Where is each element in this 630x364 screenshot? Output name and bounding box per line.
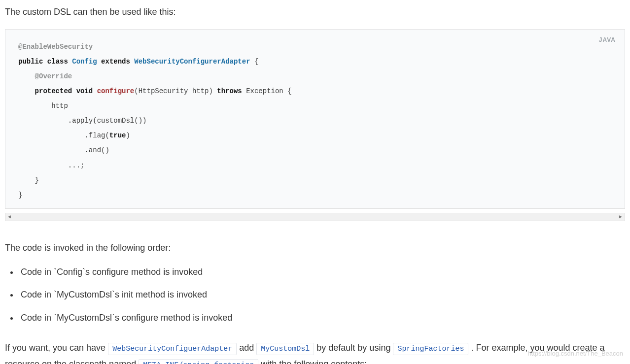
code-token-class: WebSecurityConfigurerAdapter	[134, 58, 250, 66]
code-token-keyword: protected	[35, 87, 72, 95]
code-language-badge: JAVA	[599, 35, 616, 45]
code-token: }	[18, 191, 22, 199]
inline-code: META-INF/spring.factories	[139, 359, 258, 364]
inline-code: WebSecurityConfiguerAdapter	[108, 343, 237, 355]
list-item: Code in `MyCustomDsl`s configure method …	[19, 311, 625, 325]
code-token: {	[250, 58, 259, 66]
code-token: Exception {	[242, 87, 292, 95]
horizontal-scrollbar[interactable]: ◄ ►	[5, 213, 625, 221]
order-list: Code in `Config`s configure method is in…	[5, 265, 625, 325]
code-pre: @EnableWebSecurity public class Config e…	[18, 39, 612, 202]
code-token-annotation: @Override	[35, 72, 72, 80]
code-token-literal: true	[109, 132, 126, 139]
code-token: .and()	[84, 146, 109, 154]
code-token-keyword: throws	[217, 87, 242, 95]
text-run: add	[239, 343, 256, 353]
code-token: )	[126, 132, 130, 139]
code-token: }	[35, 176, 39, 184]
code-token-annotation: @EnableWebSecurity	[18, 43, 93, 51]
intro-text: The custom DSL can then be used like thi…	[5, 5, 625, 19]
code-block: JAVA @EnableWebSecurity public class Con…	[5, 29, 625, 209]
list-item: Code in `MyCustomDsl`s init method is in…	[19, 288, 625, 302]
code-token-keyword: void	[76, 87, 93, 95]
code-token-keyword: class	[47, 58, 68, 66]
text-run: If you want, you can have	[5, 343, 108, 353]
code-token-method: configure	[97, 87, 135, 95]
order-intro-text: The code is invoked in the following ord…	[5, 241, 625, 255]
inline-code: MyCustomDsl	[256, 343, 314, 355]
text-run: with the following contents:	[261, 359, 367, 364]
inline-code: SpringFactories	[393, 343, 468, 355]
code-token: ...;	[68, 162, 85, 169]
code-token: http	[51, 102, 68, 110]
text-run: by default by using	[316, 343, 393, 353]
code-token: .flag(	[84, 132, 109, 139]
code-token: .apply(customDsl())	[68, 117, 147, 125]
list-item: Code in `Config`s configure method is in…	[19, 265, 625, 279]
code-token-class: Config	[72, 58, 97, 66]
code-token: (HttpSecurity http)	[134, 87, 217, 95]
final-paragraph: If you want, you can have WebSecurityCon…	[5, 340, 625, 364]
scroll-left-arrow-icon[interactable]: ◄	[5, 213, 13, 221]
code-token-keyword: public	[18, 58, 43, 66]
code-token-keyword: extends	[101, 58, 130, 66]
scroll-right-arrow-icon[interactable]: ►	[617, 213, 625, 221]
